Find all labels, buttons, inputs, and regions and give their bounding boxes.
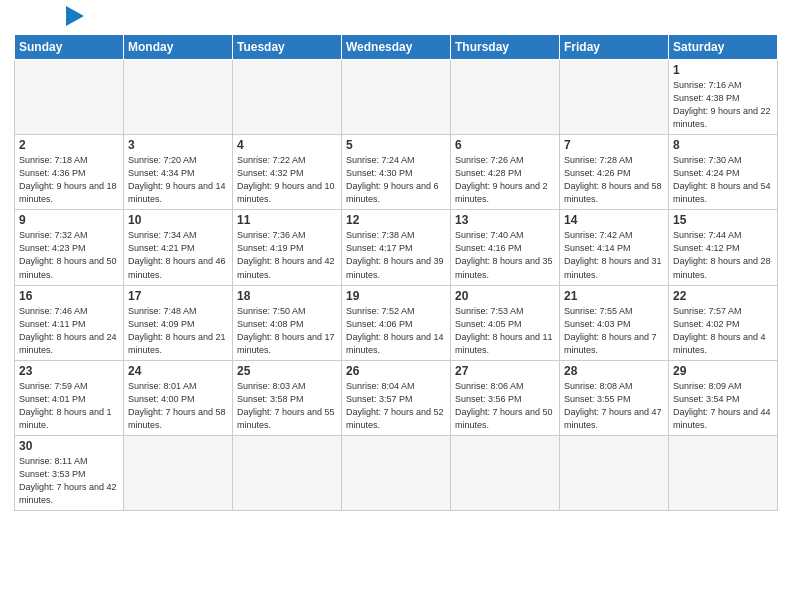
day-info: Sunrise: 8:01 AM Sunset: 4:00 PM Dayligh… xyxy=(128,380,228,432)
cal-cell: 9Sunrise: 7:32 AM Sunset: 4:23 PM Daylig… xyxy=(15,210,124,285)
weekday-header-thursday: Thursday xyxy=(451,35,560,60)
day-info: Sunrise: 7:57 AM Sunset: 4:02 PM Dayligh… xyxy=(673,305,773,357)
page: SundayMondayTuesdayWednesdayThursdayFrid… xyxy=(0,0,792,612)
cal-cell: 3Sunrise: 7:20 AM Sunset: 4:34 PM Daylig… xyxy=(124,135,233,210)
cal-cell: 4Sunrise: 7:22 AM Sunset: 4:32 PM Daylig… xyxy=(233,135,342,210)
cal-cell: 7Sunrise: 7:28 AM Sunset: 4:26 PM Daylig… xyxy=(560,135,669,210)
calendar: SundayMondayTuesdayWednesdayThursdayFrid… xyxy=(14,34,778,511)
cal-cell: 2Sunrise: 7:18 AM Sunset: 4:36 PM Daylig… xyxy=(15,135,124,210)
day-number: 28 xyxy=(564,364,664,378)
day-info: Sunrise: 7:32 AM Sunset: 4:23 PM Dayligh… xyxy=(19,229,119,281)
day-info: Sunrise: 7:38 AM Sunset: 4:17 PM Dayligh… xyxy=(346,229,446,281)
day-number: 1 xyxy=(673,63,773,77)
cal-cell: 15Sunrise: 7:44 AM Sunset: 4:12 PM Dayli… xyxy=(669,210,778,285)
day-info: Sunrise: 7:46 AM Sunset: 4:11 PM Dayligh… xyxy=(19,305,119,357)
cal-cell: 10Sunrise: 7:34 AM Sunset: 4:21 PM Dayli… xyxy=(124,210,233,285)
cal-cell xyxy=(342,60,451,135)
day-info: Sunrise: 8:03 AM Sunset: 3:58 PM Dayligh… xyxy=(237,380,337,432)
weekday-header-wednesday: Wednesday xyxy=(342,35,451,60)
weekday-header-tuesday: Tuesday xyxy=(233,35,342,60)
cal-cell: 19Sunrise: 7:52 AM Sunset: 4:06 PM Dayli… xyxy=(342,285,451,360)
cal-cell: 17Sunrise: 7:48 AM Sunset: 4:09 PM Dayli… xyxy=(124,285,233,360)
logo xyxy=(14,10,84,26)
day-info: Sunrise: 8:06 AM Sunset: 3:56 PM Dayligh… xyxy=(455,380,555,432)
day-info: Sunrise: 7:24 AM Sunset: 4:30 PM Dayligh… xyxy=(346,154,446,206)
day-info: Sunrise: 7:52 AM Sunset: 4:06 PM Dayligh… xyxy=(346,305,446,357)
day-number: 24 xyxy=(128,364,228,378)
day-info: Sunrise: 7:48 AM Sunset: 4:09 PM Dayligh… xyxy=(128,305,228,357)
day-info: Sunrise: 7:42 AM Sunset: 4:14 PM Dayligh… xyxy=(564,229,664,281)
cal-cell xyxy=(233,60,342,135)
day-number: 5 xyxy=(346,138,446,152)
day-number: 15 xyxy=(673,213,773,227)
cal-cell: 20Sunrise: 7:53 AM Sunset: 4:05 PM Dayli… xyxy=(451,285,560,360)
cal-cell: 26Sunrise: 8:04 AM Sunset: 3:57 PM Dayli… xyxy=(342,360,451,435)
day-info: Sunrise: 7:55 AM Sunset: 4:03 PM Dayligh… xyxy=(564,305,664,357)
day-number: 21 xyxy=(564,289,664,303)
cal-cell xyxy=(560,60,669,135)
day-number: 8 xyxy=(673,138,773,152)
cal-cell xyxy=(451,435,560,510)
weekday-header-friday: Friday xyxy=(560,35,669,60)
day-number: 6 xyxy=(455,138,555,152)
day-number: 25 xyxy=(237,364,337,378)
day-number: 12 xyxy=(346,213,446,227)
day-info: Sunrise: 7:59 AM Sunset: 4:01 PM Dayligh… xyxy=(19,380,119,432)
day-info: Sunrise: 7:53 AM Sunset: 4:05 PM Dayligh… xyxy=(455,305,555,357)
cal-cell xyxy=(124,435,233,510)
day-info: Sunrise: 7:20 AM Sunset: 4:34 PM Dayligh… xyxy=(128,154,228,206)
day-info: Sunrise: 8:09 AM Sunset: 3:54 PM Dayligh… xyxy=(673,380,773,432)
cal-cell: 12Sunrise: 7:38 AM Sunset: 4:17 PM Dayli… xyxy=(342,210,451,285)
cal-cell: 23Sunrise: 7:59 AM Sunset: 4:01 PM Dayli… xyxy=(15,360,124,435)
cal-cell: 27Sunrise: 8:06 AM Sunset: 3:56 PM Dayli… xyxy=(451,360,560,435)
cal-cell: 25Sunrise: 8:03 AM Sunset: 3:58 PM Dayli… xyxy=(233,360,342,435)
cal-cell: 18Sunrise: 7:50 AM Sunset: 4:08 PM Dayli… xyxy=(233,285,342,360)
day-number: 14 xyxy=(564,213,664,227)
cal-cell: 16Sunrise: 7:46 AM Sunset: 4:11 PM Dayli… xyxy=(15,285,124,360)
cal-cell: 1Sunrise: 7:16 AM Sunset: 4:38 PM Daylig… xyxy=(669,60,778,135)
cal-cell xyxy=(560,435,669,510)
day-number: 20 xyxy=(455,289,555,303)
day-info: Sunrise: 7:28 AM Sunset: 4:26 PM Dayligh… xyxy=(564,154,664,206)
day-info: Sunrise: 7:18 AM Sunset: 4:36 PM Dayligh… xyxy=(19,154,119,206)
day-info: Sunrise: 7:16 AM Sunset: 4:38 PM Dayligh… xyxy=(673,79,773,131)
cal-cell: 8Sunrise: 7:30 AM Sunset: 4:24 PM Daylig… xyxy=(669,135,778,210)
day-number: 4 xyxy=(237,138,337,152)
day-info: Sunrise: 7:50 AM Sunset: 4:08 PM Dayligh… xyxy=(237,305,337,357)
cal-cell: 14Sunrise: 7:42 AM Sunset: 4:14 PM Dayli… xyxy=(560,210,669,285)
day-info: Sunrise: 7:34 AM Sunset: 4:21 PM Dayligh… xyxy=(128,229,228,281)
day-info: Sunrise: 7:22 AM Sunset: 4:32 PM Dayligh… xyxy=(237,154,337,206)
cal-cell: 24Sunrise: 8:01 AM Sunset: 4:00 PM Dayli… xyxy=(124,360,233,435)
day-number: 18 xyxy=(237,289,337,303)
cal-cell: 6Sunrise: 7:26 AM Sunset: 4:28 PM Daylig… xyxy=(451,135,560,210)
day-number: 7 xyxy=(564,138,664,152)
weekday-header-saturday: Saturday xyxy=(669,35,778,60)
cal-cell xyxy=(124,60,233,135)
day-number: 22 xyxy=(673,289,773,303)
day-number: 29 xyxy=(673,364,773,378)
day-number: 11 xyxy=(237,213,337,227)
header xyxy=(14,10,778,26)
day-number: 16 xyxy=(19,289,119,303)
day-number: 13 xyxy=(455,213,555,227)
day-number: 26 xyxy=(346,364,446,378)
cal-cell: 11Sunrise: 7:36 AM Sunset: 4:19 PM Dayli… xyxy=(233,210,342,285)
day-number: 17 xyxy=(128,289,228,303)
cal-cell: 5Sunrise: 7:24 AM Sunset: 4:30 PM Daylig… xyxy=(342,135,451,210)
cal-cell xyxy=(342,435,451,510)
day-info: Sunrise: 8:11 AM Sunset: 3:53 PM Dayligh… xyxy=(19,455,119,507)
day-number: 9 xyxy=(19,213,119,227)
cal-cell: 21Sunrise: 7:55 AM Sunset: 4:03 PM Dayli… xyxy=(560,285,669,360)
cal-cell xyxy=(233,435,342,510)
day-info: Sunrise: 7:26 AM Sunset: 4:28 PM Dayligh… xyxy=(455,154,555,206)
logo-icon xyxy=(66,6,84,26)
day-info: Sunrise: 7:30 AM Sunset: 4:24 PM Dayligh… xyxy=(673,154,773,206)
cal-cell: 13Sunrise: 7:40 AM Sunset: 4:16 PM Dayli… xyxy=(451,210,560,285)
cal-cell: 28Sunrise: 8:08 AM Sunset: 3:55 PM Dayli… xyxy=(560,360,669,435)
weekday-header-monday: Monday xyxy=(124,35,233,60)
day-number: 30 xyxy=(19,439,119,453)
day-number: 3 xyxy=(128,138,228,152)
day-number: 27 xyxy=(455,364,555,378)
day-info: Sunrise: 7:44 AM Sunset: 4:12 PM Dayligh… xyxy=(673,229,773,281)
cal-cell xyxy=(669,435,778,510)
